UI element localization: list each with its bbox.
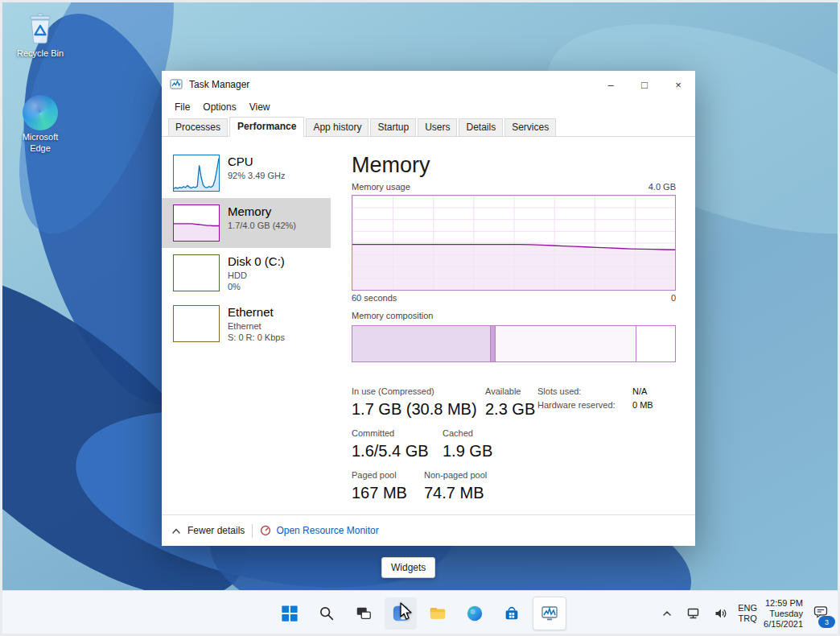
committed-label: Committed: [352, 428, 443, 439]
disk-mini-graph: [173, 254, 220, 291]
x-axis-right-label: 0: [671, 293, 676, 303]
taskbar-search-button[interactable]: [311, 597, 343, 630]
performance-sidebar: CPU 92% 3.49 GHz Memory 1.7/4.0 GB (42%): [162, 137, 331, 514]
close-button[interactable]: ×: [661, 71, 695, 98]
taskbar-edge-button[interactable]: [459, 597, 491, 630]
taskbar-file-explorer-button[interactable]: [422, 597, 454, 630]
widgets-tooltip: Widgets: [381, 557, 435, 578]
tab-startup[interactable]: Startup: [370, 118, 416, 136]
edge-label: Microsoft Edge: [14, 132, 67, 155]
sidebar-item-memory[interactable]: Memory 1.7/4.0 GB (42%): [162, 198, 331, 248]
menu-bar: File Options View: [162, 98, 695, 116]
taskbar-start-button[interactable]: [274, 597, 306, 630]
maximize-button[interactable]: □: [628, 71, 661, 98]
cpu-mini-graph: [173, 155, 220, 192]
speaker-icon: [714, 606, 728, 621]
footer-divider: [252, 524, 253, 538]
available-value: 2.3 GB: [485, 399, 535, 419]
ethernet-mini-graph: [173, 305, 220, 342]
sidebar-item-disk[interactable]: Disk 0 (C:) HDD 0%: [162, 248, 331, 299]
memory-composition-caption: Memory composition: [352, 311, 676, 320]
memory-usage-graph: [352, 195, 676, 291]
menu-file[interactable]: File: [168, 100, 196, 114]
slots-used-label: Slots used:: [537, 386, 632, 396]
hardware-stats: Slots used: N/A Hardware reserved: 0 MB: [537, 386, 653, 410]
recycle-bin-label: Recycle Bin: [17, 48, 64, 60]
taskbar-task-manager-button[interactable]: [533, 597, 566, 630]
ethernet-title: Ethernet: [228, 305, 285, 320]
window-title: Task Manager: [189, 79, 249, 90]
microsoft-edge-icon[interactable]: Microsoft Edge: [14, 95, 67, 155]
memory-stats: In use (Compressed) 1.7 GB (30.8 MB) Ava…: [352, 386, 676, 502]
task-manager-app-icon: [170, 78, 183, 91]
tab-users[interactable]: Users: [418, 118, 457, 136]
window-titlebar[interactable]: Task Manager – □ ×: [162, 71, 695, 98]
tab-details[interactable]: Details: [459, 118, 503, 136]
composition-segment-in-use: [352, 326, 491, 361]
recycle-bin-glyph: [23, 11, 58, 47]
memory-title: Memory: [228, 204, 296, 220]
network-button[interactable]: [683, 603, 704, 624]
tab-strip: Processes Performance App history Startu…: [162, 116, 695, 137]
fewer-details-label: Fewer details: [187, 525, 245, 536]
composition-segment-standby: [496, 326, 636, 361]
cached-value: 1.9 GB: [443, 441, 492, 460]
memory-panel: Memory Memory usage 4.0 GB 60 seconds 0 …: [331, 137, 695, 514]
disk-title: Disk 0 (C:): [228, 254, 285, 270]
hardware-reserved-label: Hardware reserved:: [537, 400, 632, 410]
tab-performance[interactable]: Performance: [229, 117, 304, 137]
language-line-1: ENG: [738, 603, 757, 613]
non-paged-pool-label: Non-paged pool: [424, 470, 487, 481]
ethernet-detail-2: S: 0 R: 0 Kbps: [228, 332, 285, 343]
chevron-up-icon: [171, 527, 181, 535]
disk-detail-2: 0%: [228, 281, 285, 292]
committed-value: 1.6/5.4 GB: [352, 441, 443, 460]
in-use-label: In use (Compressed): [352, 386, 485, 397]
edge-icon: [466, 605, 484, 622]
file-explorer-icon: [429, 605, 447, 622]
paged-pool-label: Paged pool: [352, 470, 424, 481]
composition-segment-free: [636, 326, 675, 361]
taskbar: ENG TRQ 12:59 PM Tuesday 6/15/2021 3: [0, 590, 840, 636]
task-manager-window: Task Manager – □ × File Options View Pro…: [162, 71, 695, 546]
notifications-button[interactable]: 3: [809, 601, 832, 626]
window-footer: Fewer details Open Resource Monitor: [162, 514, 695, 546]
menu-options[interactable]: Options: [196, 100, 242, 114]
open-resource-monitor-label: Open Resource Monitor: [276, 525, 378, 536]
microsoft-store-icon: [503, 605, 521, 622]
taskbar-task-view-button[interactable]: [348, 597, 380, 630]
tab-services[interactable]: Services: [504, 118, 556, 136]
minimize-button[interactable]: –: [594, 71, 628, 98]
cached-label: Cached: [443, 428, 492, 439]
menu-view[interactable]: View: [243, 100, 277, 114]
disk-detail-1: HDD: [228, 270, 285, 281]
edge-logo: [23, 95, 58, 130]
notification-badge: 3: [818, 616, 835, 628]
memory-scale-max: 4.0 GB: [649, 182, 676, 192]
page-title: Memory: [352, 151, 676, 179]
task-manager-icon: [540, 604, 559, 623]
taskbar-store-button[interactable]: [496, 597, 528, 630]
ethernet-network-icon: [686, 606, 701, 621]
tab-processes[interactable]: Processes: [168, 118, 228, 136]
clock-time: 12:59 PM: [764, 598, 803, 609]
volume-button[interactable]: [710, 603, 731, 624]
ethernet-detail-1: Ethernet: [228, 320, 285, 332]
cpu-title: CPU: [228, 155, 286, 170]
language-selector[interactable]: ENG TRQ: [738, 603, 757, 624]
clock[interactable]: 12:59 PM Tuesday 6/15/2021: [764, 598, 803, 630]
task-view-icon: [355, 605, 373, 622]
language-line-2: TRQ: [738, 613, 757, 624]
system-tray: ENG TRQ 12:59 PM Tuesday 6/15/2021 3: [657, 591, 832, 636]
tab-app-history[interactable]: App history: [306, 118, 369, 136]
sidebar-item-ethernet[interactable]: Ethernet Ethernet S: 0 R: 0 Kbps: [162, 299, 331, 349]
windows-start-icon: [281, 605, 299, 622]
open-resource-monitor-link[interactable]: Open Resource Monitor: [260, 525, 378, 536]
sidebar-item-cpu[interactable]: CPU 92% 3.49 GHz: [162, 148, 331, 198]
fewer-details-toggle[interactable]: Fewer details: [171, 525, 245, 536]
resource-monitor-icon: [260, 525, 271, 536]
recycle-bin-icon[interactable]: Recycle Bin: [14, 11, 67, 60]
taskbar-widgets-button[interactable]: [385, 597, 417, 630]
chevron-up-icon: [661, 607, 673, 620]
tray-expand-button[interactable]: [657, 604, 677, 623]
